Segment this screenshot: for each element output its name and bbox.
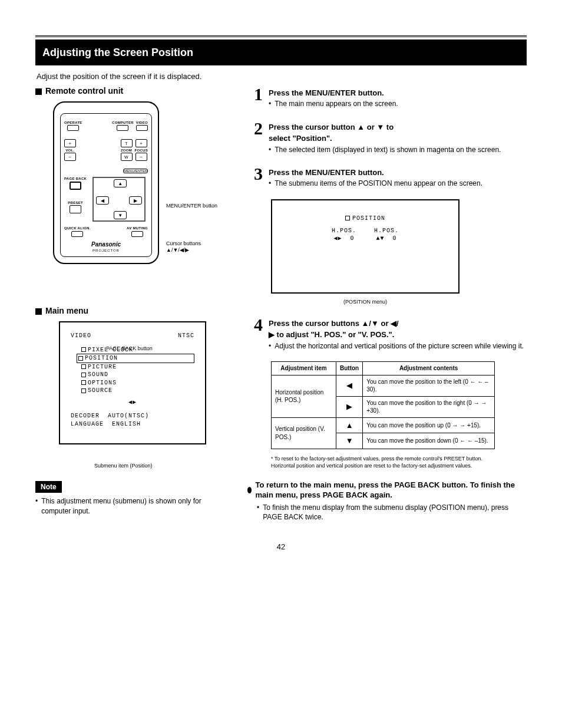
decoder-label: DECODER <box>71 412 100 420</box>
vpos-label: H.POS. <box>374 227 399 235</box>
cursor-up-button[interactable]: ▲ <box>114 179 127 187</box>
step-number: 2 <box>247 120 263 154</box>
av-muting-label: AV MUTING <box>127 226 148 230</box>
submenu-caption: (POSITION menu) <box>271 298 459 305</box>
table-row: Horizontal position (H. POS.) ◀ You can … <box>272 375 495 396</box>
divider-double <box>35 35 527 37</box>
step-bullet: The selected item (displayed in text) is… <box>269 145 527 154</box>
mainmenu-top-right: NTSC <box>178 332 194 340</box>
position-submenu-display: POSITION H.POS. ◀▶ 0 H.POS. ▲▼ 0 <box>271 199 459 294</box>
mainmenu-heading: Main menu <box>35 305 230 317</box>
focus-label: FOCUS <box>135 148 148 153</box>
language-label: LANGUAGE <box>71 420 104 429</box>
operate-label: OPERATE <box>64 120 82 125</box>
table-row: Vertical position (V. POS.) ▲ You can mo… <box>272 417 495 433</box>
menu-enter-button[interactable]: MENU/ENTER <box>123 169 148 173</box>
memo-text: * To reset to the factory-set adjustment… <box>271 455 495 469</box>
step-title: Press the cursor button ▲ or ▼ to <box>269 122 527 133</box>
page-number: 42 <box>35 542 527 552</box>
step-1: 1 Press the MENU/ENTER button. The main … <box>247 85 527 109</box>
vpos-marker: ▲▼ <box>376 235 384 242</box>
submenu-header: POSITION <box>352 215 385 223</box>
quick-align-label: QUICK ALIGN. <box>64 226 91 230</box>
preset-label: PRESET <box>68 200 83 205</box>
step-2: 2 Press the cursor button ▲ or ▼ to sele… <box>247 120 527 154</box>
page-back-label: PAGE BACK <box>64 176 87 181</box>
mainmenu-item: OPTIONS <box>81 379 194 387</box>
hpos-value: 0 <box>351 235 355 242</box>
mainmenu-item-selected: POSITION <box>77 354 194 363</box>
remote-control: OPERATE COMPUTER VIDEO + VOL. − <box>53 101 159 264</box>
focus-plus-button[interactable]: + <box>135 139 147 147</box>
step-number: 4 <box>247 316 263 351</box>
av-muting-button[interactable] <box>131 231 143 237</box>
mainmenu-submenu-marker: ◀▶ <box>71 398 194 407</box>
cursor-right-button[interactable]: ▶ <box>129 196 142 205</box>
brand-sub-label: PROJECTOR <box>64 248 148 253</box>
vol-minus-button[interactable]: − <box>64 153 76 161</box>
step-title: Press the cursor buttons ▲/▼ or ◀/ <box>269 318 527 329</box>
step-number: 3 <box>247 165 263 189</box>
hpos-label: H.POS. <box>332 227 356 235</box>
remote-heading: Remote control unit <box>35 85 230 97</box>
step-4: 4 Press the cursor buttons ▲/▼ or ◀/ ▶ t… <box>247 316 527 351</box>
hpos-marker: ◀▶ <box>333 235 342 242</box>
vol-plus-button[interactable]: + <box>64 139 76 147</box>
step-title: select "Position". <box>269 133 527 144</box>
mainmenu-item: SOUND <box>81 371 194 379</box>
step-title: Press the MENU/ENTER button. <box>269 167 527 178</box>
video-button[interactable] <box>136 125 148 131</box>
mainmenu-item: SOURCE <box>81 387 194 395</box>
return-note-heading: To return to the main menu, press the PA… <box>247 480 527 500</box>
vpos-value: 0 <box>393 235 397 242</box>
table-header: Adjustment item <box>272 362 336 375</box>
zoom-label: ZOOM <box>121 148 132 153</box>
vol-label: VOL. <box>65 148 74 153</box>
preset-button[interactable] <box>70 205 81 213</box>
mainmenu-display: VIDEO NTSC PIXEL CLOCK POSITION PICTURE … <box>59 321 206 444</box>
zoom-w-button[interactable]: W <box>121 153 133 161</box>
step-bullet: The submenu items of the POSITION menu a… <box>269 179 527 188</box>
quick-align-button[interactable] <box>71 231 83 237</box>
table-header: Adjustment contents <box>363 362 495 375</box>
cursor-down-button[interactable]: ▼ <box>114 211 127 219</box>
focus-minus-button[interactable]: − <box>135 153 147 161</box>
step-title: ▶ to adjust "H. POS." or "V. POS.". <box>269 330 527 340</box>
page-title: Adjusting the Screen Position <box>35 39 527 65</box>
step-title: Press the MENU/ENTER button. <box>269 88 527 98</box>
table-header: Button <box>336 362 363 375</box>
operate-button[interactable] <box>67 125 79 131</box>
brand-label: Panasonic <box>64 241 148 249</box>
video-label: VIDEO <box>136 120 148 125</box>
step-number: 1 <box>247 85 263 109</box>
computer-label: COMPUTER <box>112 120 134 125</box>
zoom-t-button[interactable]: T <box>121 139 133 147</box>
decoder-value: AUTO(NTSC) <box>108 412 149 420</box>
adjustment-table: Adjustment item Button Adjustment conten… <box>271 361 495 449</box>
callout-menu-enter: MENU/ENTER button <box>166 203 217 209</box>
computer-button[interactable] <box>117 125 128 131</box>
bullet-icon <box>247 487 252 493</box>
callout-cursor: Cursor buttons ▲/▼/◀/▶ <box>166 241 201 253</box>
mainmenu-item: PIXEL CLOCK <box>81 346 194 354</box>
cursor-left-button[interactable]: ◀ <box>96 196 109 205</box>
cursor-pad: ▲ ▼ ◀ ▶ <box>92 177 146 222</box>
note-tag: Note <box>35 481 62 493</box>
step-bullet: The main menu appears on the screen. <box>269 99 527 108</box>
mainmenu-top-left: VIDEO <box>71 332 91 340</box>
language-value: ENGLISH <box>112 420 141 429</box>
step-bullet: Adjust the horizontal and vertical posit… <box>269 341 527 351</box>
return-note-bullet: To finish the menu display from the subm… <box>257 503 527 522</box>
intro-text: Adjust the position of the screen if it … <box>37 71 527 82</box>
page-back-button[interactable] <box>70 182 81 190</box>
mainmenu-caption: Submenu item (Position) <box>94 462 230 469</box>
mainmenu-item: PICTURE <box>81 363 194 371</box>
step-3: 3 Press the MENU/ENTER button. The subme… <box>247 165 527 189</box>
note-text: This adjustment menu (submenu) is shown … <box>35 496 230 515</box>
